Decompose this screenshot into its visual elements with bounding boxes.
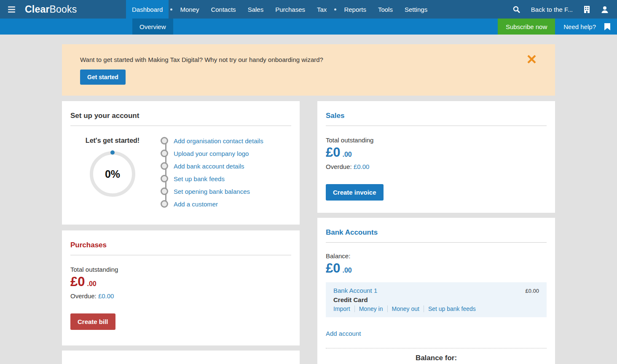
tab-overview[interactable]: Overview — [132, 19, 173, 35]
setup-subtitle: Let's get started! — [70, 137, 155, 145]
setup-progress-section: Let's get started! 0% — [70, 134, 155, 210]
bank-accounts-card: Bank Accounts Balance: £0 .00 Bank Accou… — [317, 218, 555, 364]
nav-item-reports[interactable]: Reports — [338, 0, 372, 19]
amount-minor: .00 — [342, 267, 351, 274]
purchases-overdue-label: Overdue: — [70, 292, 97, 300]
right-column: Sales Total outstanding £0 .00 Overdue: … — [317, 101, 555, 364]
building-icon[interactable] — [584, 6, 590, 13]
divider — [70, 255, 291, 255]
purchases-total-amount: £0 .00 — [70, 274, 291, 289]
step-circle-icon — [161, 150, 168, 157]
setup-checklist: Add organisation contact details Upload … — [161, 134, 263, 210]
checklist-item: Upload your company logo — [161, 147, 263, 160]
app-logo[interactable]: ClearBooks — [25, 0, 126, 19]
bank-account-type: Credit Card — [333, 296, 539, 303]
sales-card-title: Sales — [326, 101, 547, 120]
nav-item-money[interactable]: Money — [174, 0, 205, 19]
checklist-item: Set up bank feeds — [161, 172, 263, 185]
step-circle-icon — [161, 187, 168, 195]
setup-card-title: Set up your account — [70, 101, 291, 120]
divider — [326, 242, 547, 243]
purchases-overdue-link[interactable]: £0.00 — [98, 292, 114, 300]
progress-circle: 0% — [90, 151, 135, 197]
step-link-bank-details[interactable]: Add bank account details — [174, 163, 244, 170]
import-link[interactable]: Import — [333, 305, 355, 312]
checklist-item: Add a customer — [161, 198, 263, 210]
nav-item-purchases[interactable]: Purchases — [269, 0, 311, 19]
purchases-total-label: Total outstanding — [70, 266, 291, 273]
logo-text-bold: Clear — [25, 4, 50, 15]
step-link-add-customer[interactable]: Add a customer — [174, 201, 218, 208]
user-profile-icon[interactable] — [601, 6, 609, 13]
partial-card — [62, 351, 300, 364]
create-invoice-button[interactable]: Create invoice — [326, 184, 384, 201]
need-help-link[interactable]: Need help? — [555, 19, 604, 35]
topbar-right-group: Back to the F... — [513, 0, 609, 19]
nav-separator-dot — [334, 8, 336, 11]
sales-total-amount: £0 .00 — [326, 145, 547, 160]
step-circle-icon — [161, 137, 168, 145]
hamburger-menu-icon[interactable] — [8, 0, 15, 19]
step-circle-icon — [161, 200, 168, 208]
amount-minor: .00 — [342, 151, 351, 158]
top-navbar: ClearBooks Dashboard Money Contacts Sale… — [0, 0, 617, 19]
search-icon[interactable] — [513, 6, 520, 13]
add-account-link[interactable]: Add account — [326, 330, 361, 337]
checklist-item: Set opening bank balances — [161, 185, 263, 198]
amount-major: £0 — [326, 261, 340, 276]
amount-major: £0 — [70, 274, 85, 289]
subbar-right-group: Subscribe now Need help? — [498, 19, 617, 35]
bank-account-balance: £0.00 — [525, 288, 539, 294]
bank-account-actions: Import Money in Money out Set up bank fe… — [333, 305, 539, 312]
subscribe-now-button[interactable]: Subscribe now — [498, 19, 555, 35]
mtd-onboarding-banner: Want to get started with Making Tax Digi… — [62, 44, 555, 96]
step-link-org-details[interactable]: Add organisation contact details — [174, 137, 263, 145]
bank-account-name-link[interactable]: Bank Account 1 — [333, 287, 377, 294]
nav-item-tools[interactable]: Tools — [372, 0, 399, 19]
sales-total-label: Total outstanding — [326, 136, 547, 144]
purchases-card: Purchases Total outstanding £0 .00 Overd… — [62, 230, 300, 345]
nav-separator-dot — [170, 8, 172, 11]
left-column: Set up your account Let's get started! 0… — [62, 101, 300, 364]
progress-percentage: 0% — [105, 168, 120, 180]
checklist-item: Add organisation contact details — [161, 134, 263, 147]
step-link-upload-logo[interactable]: Upload your company logo — [174, 150, 249, 157]
step-link-bank-feeds[interactable]: Set up bank feeds — [174, 175, 225, 182]
sales-card: Sales Total outstanding £0 .00 Overdue: … — [317, 101, 555, 213]
money-out-link[interactable]: Money out — [388, 305, 424, 312]
sub-navbar: Overview Subscribe now Need help? — [0, 19, 617, 35]
purchases-card-title: Purchases — [70, 230, 291, 249]
dotted-divider — [326, 348, 547, 348]
create-bill-button[interactable]: Create bill — [70, 313, 115, 330]
amount-minor: .00 — [87, 280, 96, 288]
nav-item-contacts[interactable]: Contacts — [205, 0, 241, 19]
bank-balance-label: Balance: — [326, 252, 547, 260]
checklist-item: Add bank account details — [161, 160, 263, 172]
step-circle-icon — [161, 175, 168, 182]
divider — [326, 126, 547, 126]
money-in-link[interactable]: Money in — [355, 305, 388, 312]
setup-account-card: Set up your account Let's get started! 0… — [62, 101, 300, 225]
amount-major: £0 — [326, 145, 340, 160]
main-content: Want to get started with Making Tax Digi… — [0, 35, 617, 364]
get-started-button[interactable]: Get started — [80, 70, 126, 85]
bank-account-row: Bank Account 1 £0.00 Credit Card Import … — [326, 282, 547, 317]
sales-overdue-label: Overdue: — [326, 163, 352, 170]
main-nav: Dashboard Money Contacts Sales Purchases… — [126, 0, 433, 19]
logo-text-light: Books — [50, 4, 77, 15]
balance-for-heading: Balance for: — [326, 354, 547, 362]
step-link-opening-balances[interactable]: Set opening bank balances — [174, 188, 250, 195]
nav-item-tax[interactable]: Tax — [311, 0, 333, 19]
nav-item-sales[interactable]: Sales — [242, 0, 270, 19]
close-icon[interactable] — [526, 54, 537, 65]
setup-bank-feeds-link[interactable]: Set up bank feeds — [424, 305, 480, 312]
sales-overdue-link[interactable]: £0.00 — [354, 163, 370, 170]
step-circle-icon — [161, 162, 168, 170]
banner-message: Want to get started with Making Tax Digi… — [80, 56, 323, 63]
bookmark-icon[interactable] — [604, 19, 610, 35]
bank-card-title: Bank Accounts — [326, 218, 547, 237]
progress-marker-dot — [110, 150, 115, 155]
back-to-link[interactable]: Back to the F... — [531, 6, 573, 13]
nav-item-settings[interactable]: Settings — [399, 0, 433, 19]
nav-item-dashboard[interactable]: Dashboard — [126, 0, 169, 19]
